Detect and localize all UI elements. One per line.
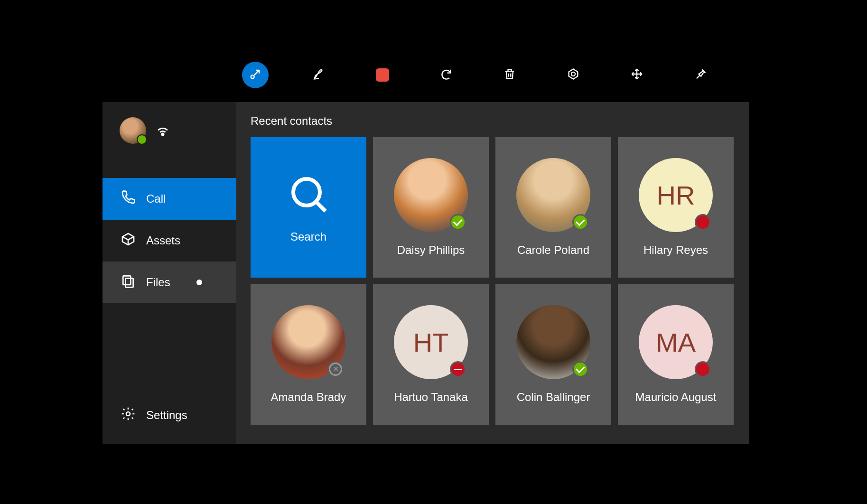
sidebar-item-label: Assets — [146, 234, 180, 247]
sidebar-item-label: Call — [146, 192, 166, 205]
contact-avatar — [394, 158, 468, 232]
user-avatar — [120, 117, 146, 144]
sidebar-item-call[interactable]: Call — [103, 178, 236, 220]
contact-avatar — [271, 305, 345, 379]
toolbar-aperture-button[interactable] — [560, 62, 587, 88]
contact-name: Daisy Phillips — [397, 243, 465, 257]
toolbar-delete-button[interactable] — [496, 62, 523, 88]
move-icon — [630, 67, 643, 83]
contact-name: Colin Ballinger — [517, 391, 590, 404]
svg-point-0 — [251, 75, 254, 78]
pin-icon — [694, 67, 707, 83]
svg-point-2 — [571, 72, 575, 76]
contact-avatar — [516, 305, 590, 379]
contact-name: Mauricio August — [635, 391, 717, 404]
trash-icon — [503, 67, 516, 83]
notification-dot — [196, 280, 202, 285]
toolbar-move-button[interactable] — [624, 62, 650, 88]
aperture-icon — [567, 67, 580, 83]
svg-rect-4 — [123, 276, 131, 285]
stop-icon — [376, 68, 389, 82]
contact-name: Amanda Brady — [271, 391, 346, 404]
toolbar-undo-button[interactable] — [433, 62, 459, 88]
undo-icon — [439, 67, 453, 83]
contact-initials: MA — [656, 327, 696, 358]
toolbar-stop-button[interactable] — [369, 62, 396, 88]
contact-avatar — [516, 158, 590, 232]
profile-area[interactable] — [103, 102, 236, 159]
sidebar-item-label: Settings — [146, 409, 187, 422]
section-title: Recent contacts — [251, 114, 735, 128]
contact-initials: HT — [413, 327, 449, 358]
search-icon — [286, 171, 331, 219]
main-content: Recent contacts Search Daisy Phillips — [236, 102, 749, 444]
collapse-icon — [249, 67, 262, 83]
contact-name: Hilary Reyes — [643, 243, 708, 257]
app-window: Call Assets Files — [103, 102, 749, 444]
files-icon — [121, 273, 136, 291]
sidebar-item-label: Files — [146, 276, 170, 289]
toolbar-collapse-button[interactable] — [242, 62, 269, 88]
svg-point-3 — [162, 133, 164, 135]
contact-tile[interactable]: Colin Ballinger — [495, 284, 611, 425]
presence-available-icon — [572, 214, 588, 230]
contact-initials: HR — [657, 180, 695, 211]
contacts-grid: Search Daisy Phillips Carole Poland HR — [251, 137, 735, 425]
presence-busy-icon — [695, 361, 711, 377]
system-toolbar — [242, 62, 714, 88]
contact-tile[interactable]: Carole Poland — [495, 137, 611, 278]
contact-tile[interactable]: Daisy Phillips — [373, 137, 489, 278]
sidebar-nav: Call Assets Files — [103, 178, 236, 303]
phone-icon — [121, 190, 136, 208]
svg-point-6 — [126, 412, 130, 416]
presence-dnd-icon — [450, 361, 466, 377]
contact-tile[interactable]: HT Hartuo Tanaka — [373, 284, 489, 425]
contact-avatar: HR — [639, 158, 713, 232]
sidebar-item-files[interactable]: Files — [103, 261, 236, 303]
presence-available-icon — [450, 214, 466, 230]
tile-label: Search — [290, 230, 326, 243]
connection-icon — [155, 121, 171, 140]
svg-point-7 — [293, 179, 320, 205]
toolbar-ink-button[interactable] — [306, 62, 332, 88]
contact-avatar: MA — [639, 305, 713, 379]
presence-available-icon — [572, 361, 588, 377]
toolbar-pin-button[interactable] — [687, 62, 714, 88]
contact-tile[interactable]: Amanda Brady — [251, 284, 366, 425]
contact-tile[interactable]: HR Hilary Reyes — [618, 137, 734, 278]
svg-rect-5 — [126, 279, 133, 288]
contact-tile[interactable]: MA Mauricio August — [618, 284, 734, 425]
sidebar-item-settings[interactable]: Settings — [103, 394, 236, 436]
pen-icon — [312, 67, 326, 83]
sidebar-item-assets[interactable]: Assets — [103, 220, 236, 261]
search-tile[interactable]: Search — [251, 137, 366, 278]
presence-busy-icon — [695, 214, 711, 230]
contact-name: Carole Poland — [517, 243, 589, 257]
svg-marker-1 — [569, 69, 578, 79]
gear-icon — [121, 406, 136, 424]
contact-name: Hartuo Tanaka — [394, 391, 468, 404]
contact-avatar: HT — [394, 305, 468, 379]
box-icon — [121, 232, 136, 250]
sidebar: Call Assets Files — [103, 102, 236, 444]
presence-offline-icon — [327, 361, 344, 377]
